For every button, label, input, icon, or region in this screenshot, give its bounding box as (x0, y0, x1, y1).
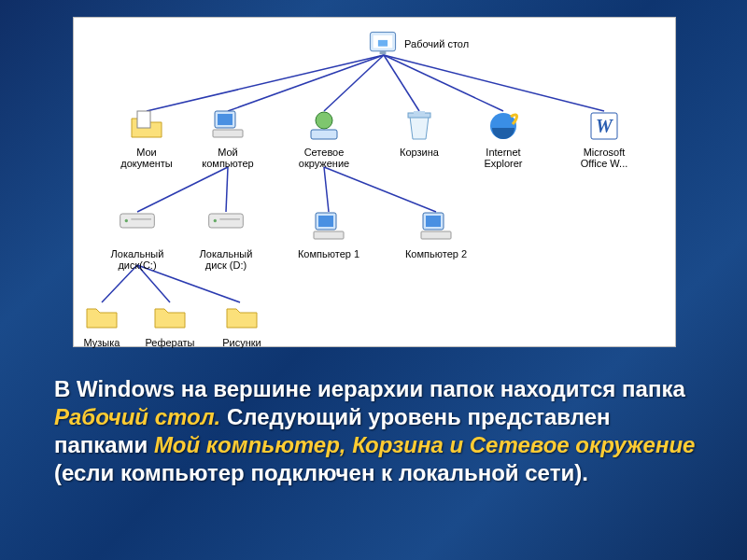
svg-text:W: W (596, 116, 613, 136)
word-icon: W (585, 107, 623, 145)
svg-rect-18 (218, 114, 233, 125)
node-ms-word: W Microsoft Office W... (567, 107, 641, 169)
svg-rect-16 (137, 111, 150, 128)
caption-highlight-1: Рабочий стол. (54, 404, 220, 429)
desktop-icon (367, 29, 399, 57)
svg-rect-34 (314, 231, 344, 239)
svg-line-7 (226, 167, 228, 212)
node-desktop: Рабочий стол (367, 29, 470, 59)
hierarchy-diagram: Рабочий стол Мои документы Мой компьютер… (73, 17, 676, 347)
svg-line-3 (384, 55, 419, 111)
slide-caption: В Windows на вершине иерархии папок нахо… (54, 375, 708, 487)
caption-text-3: (если компьютер подключен к локальной се… (54, 460, 588, 485)
svg-line-8 (324, 167, 329, 212)
folder-icon (151, 298, 189, 335)
label: Internet Explorer (466, 147, 541, 169)
node-recycle-bin: Корзина (382, 107, 457, 158)
svg-point-30 (214, 219, 217, 222)
svg-rect-28 (131, 218, 151, 220)
folder-icon (83, 298, 120, 335)
svg-rect-15 (380, 51, 387, 54)
label: Локальный диск(C:) (92, 248, 182, 271)
svg-line-2 (324, 55, 384, 111)
svg-point-27 (125, 219, 128, 222)
node-computer-2: Компьютер 2 (391, 209, 481, 259)
label: Мой компьютер (190, 147, 265, 169)
node-desktop-label: Рабочий стол (404, 38, 469, 49)
computer-icon (209, 107, 247, 145)
label: Microsoft Office W... (567, 147, 641, 169)
folder-icon (223, 298, 261, 335)
node-computer-1: Компьютер 1 (284, 209, 374, 259)
svg-line-5 (384, 55, 604, 111)
ie-icon (485, 107, 522, 145)
label: Музыка (69, 337, 134, 348)
hard-drive-icon (119, 209, 156, 246)
svg-point-20 (316, 112, 332, 129)
caption-text-1: В Windows на вершине иерархии папок нахо… (54, 376, 685, 401)
node-my-documents: Мои документы (109, 107, 184, 169)
label: Компьютер 1 (284, 248, 374, 259)
node-my-computer: Мой компьютер (190, 107, 265, 169)
svg-line-0 (147, 55, 384, 111)
svg-rect-31 (219, 218, 240, 220)
label: Рефераты (137, 337, 203, 348)
computer-icon (417, 209, 455, 246)
label: Компьютер 2 (391, 248, 481, 259)
svg-rect-33 (318, 216, 333, 227)
label: Сетевое окружение (287, 147, 361, 169)
svg-rect-36 (426, 216, 441, 227)
node-disk-c: Локальный диск(C:) (92, 209, 182, 271)
node-internet-explorer: Internet Explorer (466, 107, 541, 169)
computer-icon (310, 209, 347, 246)
svg-line-6 (137, 167, 228, 212)
label: Корзина (382, 147, 457, 158)
label: Локальный диск (D:) (181, 248, 271, 271)
svg-line-1 (228, 55, 384, 111)
svg-line-12 (137, 265, 240, 302)
svg-line-9 (324, 167, 436, 212)
svg-rect-19 (213, 130, 243, 137)
node-reports: Рефераты (137, 298, 203, 348)
caption-highlight-2: Мой компьютер, Корзина и Сетевое окружен… (154, 432, 696, 457)
folder-documents-icon (128, 107, 165, 145)
hard-drive-icon (207, 209, 245, 246)
node-disk-d: Локальный диск (D:) (181, 209, 271, 271)
network-places-icon (305, 107, 343, 145)
label: Мои документы (109, 147, 184, 169)
node-music: Музыка (69, 298, 134, 348)
svg-rect-37 (421, 231, 451, 239)
svg-line-11 (137, 265, 170, 302)
svg-line-4 (384, 55, 503, 111)
svg-rect-21 (311, 130, 337, 139)
node-pictures: Рисунки (209, 298, 275, 348)
svg-line-10 (102, 265, 137, 302)
node-network-places: Сетевое окружение (287, 107, 361, 169)
recycle-bin-icon (401, 107, 438, 145)
label: Рисунки (209, 337, 275, 348)
